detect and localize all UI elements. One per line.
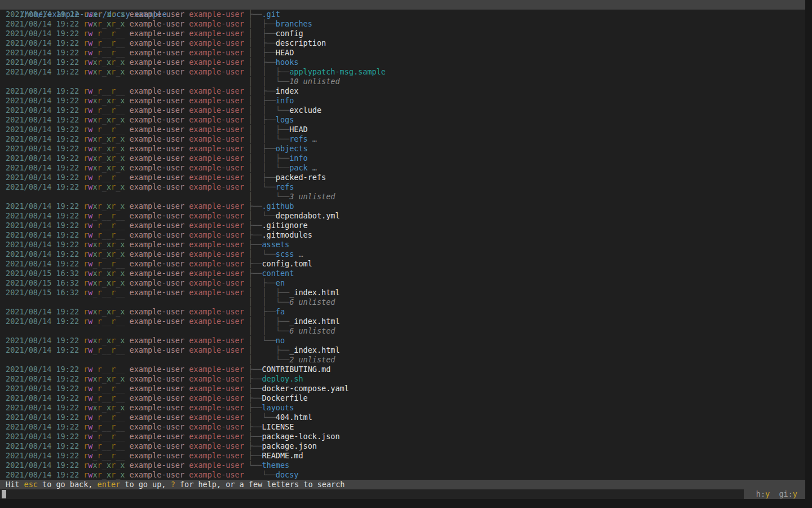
tree-row[interactable]: │ │ └──10 unlisted (0, 77, 805, 86)
directory-name[interactable]: assets (262, 240, 289, 249)
tree-row[interactable]: 2021/08/14 19:22 rw_r__r__ example-user … (0, 221, 805, 230)
file-name[interactable]: deploy.sh (262, 374, 303, 383)
tree-row[interactable]: 2021/08/14 19:22 rw_r__r__ example-user … (0, 106, 805, 115)
tree-row[interactable]: 2021/08/14 19:22 rwxr_xr_x example-user … (0, 461, 805, 470)
file-name[interactable]: exclude (289, 106, 321, 115)
file-name[interactable]: package-lock.json (262, 432, 339, 441)
broot-window: /home/example-user/docsy-example 2021/08… (0, 0, 805, 499)
tree-branch: ├── (248, 393, 262, 402)
tree-row[interactable]: 2021/08/14 19:22 rw_r__r__ example-user … (0, 38, 805, 48)
tree-row[interactable]: 2021/08/14 19:22 rwxr_xr_x example-user … (0, 58, 805, 67)
tree-row[interactable]: 2021/08/14 19:22 rw_r__r__ example-user … (0, 441, 805, 451)
tree-row[interactable]: 2021/08/14 19:22 rw_r__r__ example-user … (0, 29, 805, 38)
directory-name[interactable]: info (276, 96, 294, 105)
tree-row[interactable]: │ └──2 unlisted (0, 355, 805, 365)
tree-row[interactable]: 2021/08/14 19:22 rwxr_xr_x example-user … (0, 240, 805, 249)
tree-row[interactable]: 2021/08/14 19:22 rw_r__r__ example-user … (0, 422, 805, 432)
directory-name[interactable]: refs (289, 134, 308, 143)
tree-row[interactable]: 2021/08/14 19:22 rw_r__r__ example-user … (0, 211, 805, 221)
tree-row[interactable]: 2021/08/14 19:22 rwxr_xr_x example-user … (0, 163, 805, 173)
file-name[interactable]: HEAD (289, 125, 308, 134)
tree-row[interactable]: 2021/08/14 19:22 rwxr_xr_x example-user … (0, 115, 805, 125)
file-name[interactable]: LICENSE (262, 422, 294, 431)
directory-name[interactable]: info (289, 154, 308, 163)
tree-row[interactable]: 2021/08/14 19:22 rw_r__r__ example-user … (0, 432, 805, 441)
tree-row[interactable]: 2021/08/15 16:32 rwxr_xr_x example-user … (0, 269, 805, 278)
tree-row[interactable]: 2021/08/14 19:22 rw_r__r__ example-user … (0, 125, 805, 134)
tree-row[interactable]: 2021/08/14 19:22 rw_r__r__ example-user … (0, 413, 805, 422)
directory-name[interactable]: .github (262, 202, 294, 211)
tree-row[interactable]: 2021/08/14 19:22 rwxr_xr_x example-user … (0, 249, 805, 259)
file-name[interactable]: applypatch-msg.sample (289, 67, 386, 76)
tree-row[interactable]: 2021/08/14 19:22 rw_r__r__ example-user … (0, 48, 805, 58)
directory-name[interactable]: hooks (276, 58, 299, 67)
file-name[interactable]: _index.html (289, 288, 339, 297)
tree-row[interactable]: │ │ └──6 unlisted (0, 326, 805, 336)
directory-name[interactable]: scss (276, 249, 294, 259)
file-name[interactable]: HEAD (276, 48, 294, 57)
file-name[interactable]: CONTRIBUTING.md (262, 365, 330, 374)
tree-row[interactable]: 2021/08/14 19:22 rwxr_xr_x example-user … (0, 19, 805, 29)
search-input[interactable]: h:y gi:y (0, 489, 805, 499)
tree-row[interactable]: 2021/08/14 19:22 rw_r__r__ example-user … (0, 393, 805, 403)
tree-row[interactable]: 2021/08/14 19:22 rw_r__r__ example-user … (0, 259, 805, 269)
file-name[interactable]: index (276, 86, 299, 95)
permissions: rw_r__r__ (83, 441, 125, 450)
tree-row[interactable]: 2021/08/14 19:22 rwxr_xr_x example-user … (0, 182, 805, 192)
tree-row[interactable]: 2021/08/14 19:22 rw_r__r__ example-user … (0, 173, 805, 182)
directory-name[interactable]: en (276, 278, 285, 287)
tree-row[interactable]: 2021/08/14 19:22 rwxr_xr_x example-user … (0, 470, 805, 480)
directory-name[interactable]: objects (276, 144, 308, 153)
file-name[interactable]: Dockerfile (262, 393, 307, 402)
directory-name[interactable]: themes (262, 461, 289, 470)
tree-row[interactable]: 2021/08/14 19:22 rw_r__r__ example-user … (0, 365, 805, 374)
file-name[interactable]: dependabot.yml (276, 211, 340, 220)
file-name[interactable]: description (276, 38, 326, 47)
directory-name[interactable]: no (276, 336, 285, 345)
file-name[interactable]: config.toml (262, 259, 312, 268)
tree-row[interactable]: 2021/08/14 19:22 rwxr_xr_x example-user … (0, 67, 805, 77)
tree-row[interactable]: 2021/08/14 19:22 rw_r__r__ example-user … (0, 230, 805, 240)
tree-row[interactable]: 2021/08/14 19:22 rwxr_xr_x example-user … (0, 154, 805, 163)
directory-name[interactable]: logs (276, 115, 294, 124)
file-name[interactable]: config (276, 29, 303, 38)
directory-name[interactable]: fa (276, 307, 285, 316)
owner: example-user (125, 470, 184, 479)
file-name[interactable]: 404.html (276, 413, 312, 422)
tree-row[interactable]: 2021/08/14 19:22 rwxr_xr_x example-user … (0, 10, 805, 19)
file-name[interactable]: _index.html (289, 345, 339, 354)
tree-row[interactable]: 2021/08/15 16:32 rwxr_xr_x example-user … (0, 278, 805, 288)
directory-name[interactable]: content (262, 269, 294, 278)
directory-name[interactable]: branches (276, 19, 312, 28)
tree-row[interactable]: 2021/08/14 19:22 rw_r__r__ example-user … (0, 317, 805, 326)
tree-row[interactable]: 2021/08/14 19:22 rwxr_xr_x example-user … (0, 144, 805, 154)
file-name[interactable]: package.json (262, 441, 317, 450)
tree-row[interactable]: │ └──3 unlisted (0, 192, 805, 202)
tree-branch: ├── (248, 432, 262, 441)
mod-date: 2021/08/14 19:22 (6, 336, 83, 345)
directory-name[interactable]: docsy (276, 470, 299, 479)
file-name[interactable]: README.md (262, 451, 303, 460)
tree-row[interactable]: 2021/08/14 19:22 rw_r__r__ example-user … (0, 384, 805, 393)
tree-row[interactable]: 2021/08/14 19:22 rwxr_xr_x example-user … (0, 336, 805, 345)
file-name[interactable]: packed-refs (276, 173, 326, 182)
tree-row[interactable]: 2021/08/15 16:32 rw_r__r__ example-user … (0, 288, 805, 297)
tree-row[interactable]: 2021/08/14 19:22 rw_r__r__ example-user … (0, 345, 805, 355)
tree-row[interactable]: │ │ └──6 unlisted (0, 297, 805, 307)
tree-row[interactable]: 2021/08/14 19:22 rwxr_xr_x example-user … (0, 307, 805, 317)
tree-row[interactable]: 2021/08/14 19:22 rw_r__r__ example-user … (0, 451, 805, 461)
tree-row[interactable]: 2021/08/14 19:22 rwxr_xr_x example-user … (0, 134, 805, 144)
tree-row[interactable]: 2021/08/14 19:22 rwxr_xr_x example-user … (0, 403, 805, 413)
directory-name[interactable]: pack (289, 163, 308, 172)
tree-row[interactable]: 2021/08/14 19:22 rwxr_xr_x example-user … (0, 96, 805, 106)
tree-row[interactable]: 2021/08/14 19:22 rwxr_xr_x example-user … (0, 374, 805, 384)
tree-row[interactable]: 2021/08/14 19:22 rw_r__r__ example-user … (0, 86, 805, 96)
directory-name[interactable]: .git (262, 10, 280, 19)
tree-row[interactable]: 2021/08/14 19:22 rwxr_xr_x example-user … (0, 202, 805, 211)
directory-name[interactable]: refs (276, 182, 294, 191)
file-name[interactable]: .gitmodules (262, 230, 312, 239)
file-name[interactable]: docker-compose.yaml (262, 384, 348, 393)
file-name[interactable]: .gitignore (262, 221, 307, 230)
directory-name[interactable]: layouts (262, 403, 294, 412)
file-name[interactable]: _index.html (289, 317, 339, 326)
